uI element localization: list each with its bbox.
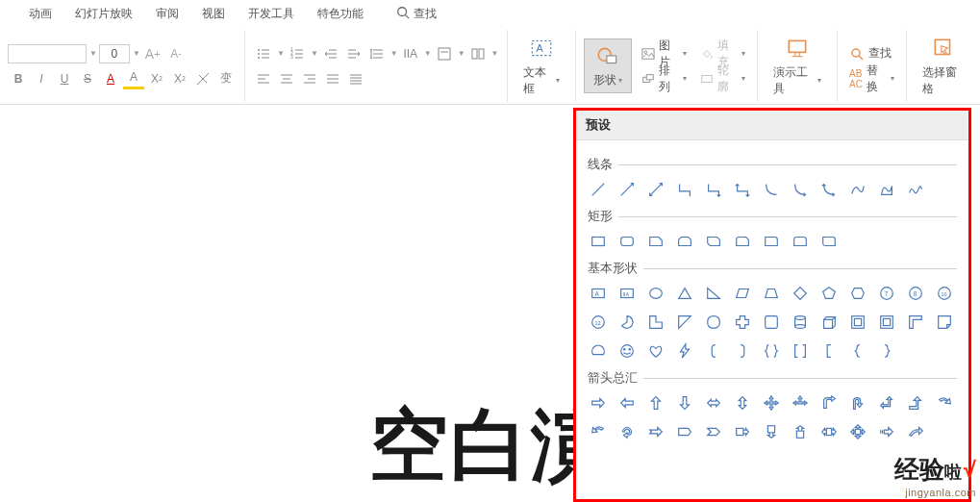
plaque-icon[interactable] <box>761 312 782 333</box>
curve-arrow-icon[interactable] <box>790 179 811 200</box>
indent-left-icon[interactable] <box>320 43 341 64</box>
tab-features[interactable]: 特色功能 <box>317 6 364 22</box>
arrow-striped-icon[interactable] <box>876 421 897 442</box>
subscript-icon[interactable]: X2 <box>169 68 190 89</box>
folded-corner-icon[interactable] <box>934 312 955 333</box>
indent-right-icon[interactable] <box>343 43 364 64</box>
line-spacing-icon[interactable] <box>366 43 388 64</box>
increase-font-icon[interactable]: A+ <box>142 43 163 64</box>
freeform-icon[interactable] <box>876 179 897 200</box>
decrease-font-icon[interactable]: A- <box>165 43 187 64</box>
snip-diag-icon[interactable] <box>703 231 724 252</box>
arrow-down-icon[interactable] <box>674 392 695 414</box>
tab-slideshow[interactable]: 幻灯片放映 <box>75 6 133 22</box>
trapezoid-icon[interactable] <box>761 283 782 304</box>
corner-icon[interactable] <box>645 312 666 333</box>
align-text-icon[interactable] <box>434 43 455 64</box>
strikethrough-icon[interactable]: S <box>77 68 98 89</box>
numbering-icon[interactable]: 123 <box>287 43 308 64</box>
lightning-icon[interactable] <box>674 340 695 362</box>
arrow-callout-lr-icon[interactable] <box>818 421 840 442</box>
replace-button[interactable]: ABAC 替换▾ <box>845 68 898 89</box>
font-family-select[interactable] <box>8 44 87 63</box>
line-arrow-icon[interactable] <box>616 179 638 200</box>
snip-round-icon[interactable] <box>732 231 753 252</box>
diagonal-stripe-icon[interactable] <box>674 312 695 333</box>
align-center-icon[interactable] <box>276 68 297 89</box>
heart-icon[interactable] <box>645 340 666 362</box>
shapes-button[interactable]: 形状▾ <box>584 38 632 93</box>
columns-icon[interactable] <box>467 43 489 64</box>
decagon-icon[interactable]: 10 <box>934 283 955 304</box>
arrow-curved-left-icon[interactable] <box>588 421 609 442</box>
triangle-icon[interactable] <box>674 283 695 304</box>
clear-format-icon[interactable] <box>192 68 214 89</box>
snip-same-icon[interactable] <box>674 231 695 252</box>
half-frame-icon[interactable] <box>905 312 926 333</box>
tab-search[interactable]: 查找 <box>396 6 437 22</box>
arrow-right-icon[interactable] <box>588 392 609 414</box>
curve-connector-icon[interactable] <box>761 179 782 200</box>
round-diag-icon[interactable] <box>818 231 840 252</box>
italic-icon[interactable]: I <box>31 68 52 89</box>
octagon-icon[interactable]: 8 <box>905 283 926 304</box>
pie-icon[interactable] <box>616 312 638 333</box>
brace-pair-icon[interactable] <box>761 340 782 362</box>
tab-view[interactable]: 视图 <box>202 6 225 22</box>
format-painter-icon[interactable]: 变 <box>215 68 237 89</box>
pentagon-icon[interactable] <box>818 283 840 304</box>
align-left-icon[interactable] <box>253 68 274 89</box>
font-color-icon[interactable]: A <box>100 68 121 89</box>
text-direction-icon[interactable]: IIA <box>400 43 421 64</box>
arrow-uturn-icon[interactable] <box>847 392 868 414</box>
elbow-connector-icon[interactable] <box>674 179 695 200</box>
parallelogram-icon[interactable] <box>732 283 753 304</box>
arrange-button[interactable]: 排列▾ <box>638 68 691 89</box>
tab-devtools[interactable]: 开发工具 <box>248 6 294 22</box>
font-size-input[interactable] <box>99 44 130 63</box>
textbox-button[interactable]: A 文本框▾ <box>515 32 568 101</box>
superscript-icon[interactable]: X2 <box>146 68 167 89</box>
arrow-chevron-icon[interactable] <box>703 421 724 442</box>
underline-icon[interactable]: U <box>54 68 75 89</box>
smiley-icon[interactable] <box>616 340 638 362</box>
picture-button[interactable]: 图片▾ <box>638 43 691 64</box>
bracket-right-icon[interactable] <box>732 340 753 362</box>
arrow-pentagon-icon[interactable] <box>674 421 695 442</box>
curve-double-icon[interactable] <box>818 179 840 200</box>
snip-single-icon[interactable] <box>645 231 666 252</box>
single-bracket-icon[interactable] <box>818 340 840 362</box>
vtextbox-icon[interactable]: IIA <box>616 283 638 304</box>
tab-animation[interactable]: 动画 <box>29 6 52 22</box>
arrow-bentup-icon[interactable] <box>905 392 926 414</box>
arrow-circular-icon[interactable] <box>616 421 638 442</box>
cross-icon[interactable] <box>732 312 753 333</box>
arrow-callout-quad-icon[interactable] <box>847 421 868 442</box>
align-right-icon[interactable] <box>299 68 320 89</box>
arrow-callout-right-icon[interactable] <box>732 421 753 442</box>
elbow-double-icon[interactable] <box>732 179 753 200</box>
curve-icon[interactable] <box>847 179 868 200</box>
arrow-curved-right-icon[interactable] <box>934 392 955 414</box>
align-distributed-icon[interactable] <box>345 68 366 89</box>
oval-icon[interactable] <box>645 283 666 304</box>
arrow-leftup-icon[interactable] <box>876 392 897 414</box>
bullets-icon[interactable] <box>253 43 274 64</box>
arrow-notched-icon[interactable] <box>645 421 666 442</box>
select-pane-button[interactable]: 选择窗格 <box>915 32 972 101</box>
align-justify-icon[interactable] <box>322 68 343 89</box>
rounded-rect-icon[interactable] <box>616 231 638 252</box>
frame-icon[interactable] <box>876 312 897 333</box>
demo-tools-button[interactable]: 演示工具▾ <box>766 32 829 101</box>
line-icon[interactable] <box>588 179 609 200</box>
brace-right-icon[interactable] <box>876 340 897 362</box>
dodecagon-icon[interactable]: 12 <box>588 312 609 333</box>
arrow-up-icon[interactable] <box>645 392 666 414</box>
rtriangle-icon[interactable] <box>703 283 724 304</box>
hexagon-icon[interactable] <box>847 283 868 304</box>
highlight-icon[interactable]: A <box>123 68 144 89</box>
rect-icon[interactable] <box>588 231 609 252</box>
tab-review[interactable]: 审阅 <box>156 6 179 22</box>
bracket-left-icon[interactable] <box>703 340 724 362</box>
arrow-swoosh-icon[interactable] <box>905 421 926 442</box>
